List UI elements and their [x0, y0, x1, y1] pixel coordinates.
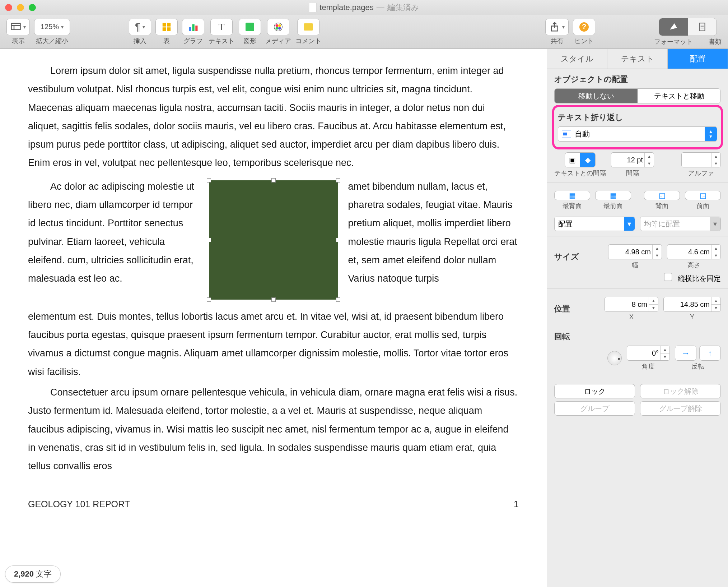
x-field[interactable]: 8 cm▲▼: [605, 297, 658, 312]
send-backward-button[interactable]: ◱: [644, 191, 680, 200]
chevron-down-icon: ▾: [710, 217, 720, 231]
view-button[interactable]: ▾: [6, 19, 30, 35]
aspect-checkbox[interactable]: [664, 273, 672, 281]
y-field[interactable]: 14.85 cm▲▼: [663, 297, 721, 312]
distribute-select[interactable]: 均等に配置▾: [640, 217, 721, 231]
format-document-toggle[interactable]: [659, 18, 717, 36]
resize-handle-icon[interactable]: [207, 297, 211, 302]
comment-label: コメント: [295, 37, 321, 45]
green-rectangle-shape[interactable]: [209, 180, 338, 300]
stepper-down-icon[interactable]: ▼: [644, 160, 654, 167]
stepper-up-icon[interactable]: ▲: [644, 153, 654, 160]
resize-handle-icon[interactable]: [336, 297, 340, 302]
body-paragraph[interactable]: Lorem ipsum dolor sit amet, ligula suspe…: [28, 62, 519, 172]
insert-button[interactable]: ¶▾: [129, 19, 151, 35]
titlebar: template.pages — 編集済み: [0, 0, 728, 15]
share-button[interactable]: ▾: [545, 19, 569, 35]
minimize-window-icon[interactable]: [17, 4, 24, 11]
alpha-field[interactable]: ▲▼: [681, 152, 721, 167]
comment-button[interactable]: [297, 19, 319, 35]
zoom-button[interactable]: 125%▾: [34, 19, 70, 35]
spacing-field[interactable]: 12 pt ▲▼: [611, 152, 654, 167]
angle-field[interactable]: 0°▲▼: [627, 346, 670, 361]
hint-button[interactable]: ?: [573, 19, 595, 35]
view-label: 表示: [12, 37, 25, 45]
svg-point-14: [278, 27, 281, 30]
fit-contour-icon[interactable]: ◆: [580, 153, 595, 167]
media-button[interactable]: [267, 19, 289, 35]
alpha-label: アルファ: [688, 169, 714, 177]
fullscreen-window-icon[interactable]: [29, 4, 36, 11]
height-field[interactable]: 4.6 cm▲▼: [667, 244, 721, 259]
svg-point-12: [278, 24, 281, 27]
body-paragraph[interactable]: Consectetuer arcu ipsum ornare pellentes…: [28, 383, 519, 475]
chart-button[interactable]: [182, 19, 204, 35]
stepper-up-icon[interactable]: ▲: [711, 153, 720, 160]
window-title: template.pages — 編集済み: [309, 2, 419, 13]
svg-rect-9: [195, 26, 197, 31]
media-label: メディア: [265, 37, 291, 45]
fit-square-icon[interactable]: ▣: [565, 153, 580, 167]
wrap-text-left[interactable]: Ac dolor ac adipiscing molestie ut liber…: [28, 177, 199, 302]
resize-handle-icon[interactable]: [207, 178, 211, 182]
resize-handle-icon[interactable]: [336, 238, 340, 242]
table-button[interactable]: [155, 19, 178, 35]
separator: —: [377, 3, 384, 12]
text-wrap-title: テキスト折り返し: [558, 112, 717, 123]
placement-stay[interactable]: 移動しない: [555, 89, 638, 103]
svg-point-10: [274, 23, 283, 31]
send-to-back-button[interactable]: ▦: [554, 191, 590, 200]
close-window-icon[interactable]: [5, 4, 12, 11]
resize-handle-icon[interactable]: [336, 178, 340, 182]
lock-button[interactable]: ロック: [554, 384, 635, 398]
bring-forward-button[interactable]: ◲: [685, 191, 721, 200]
text-wrap-dropdown[interactable]: 自動 ▲▼: [558, 126, 717, 142]
body-paragraph[interactable]: elementum est. Duis montes, tellus lobor…: [28, 308, 519, 381]
word-count-pill[interactable]: 2,920 文字: [5, 565, 61, 583]
wrap-text-right[interactable]: amet bibendum nullam, lacus et, pharetra…: [348, 177, 519, 302]
placement-segmented[interactable]: 移動しない テキストと移動: [554, 88, 721, 103]
angle-knob[interactable]: [607, 351, 622, 365]
text-button[interactable]: T: [210, 19, 233, 35]
tab-style[interactable]: スタイル: [547, 49, 607, 69]
resize-handle-icon[interactable]: [207, 238, 211, 242]
insert-label: 挿入: [134, 37, 146, 45]
document-icon[interactable]: [688, 18, 717, 36]
wrap-auto-icon: [562, 130, 571, 138]
chart-label: グラフ: [183, 37, 203, 45]
position-title: 位置: [554, 304, 570, 314]
page-number: 1: [514, 499, 519, 509]
text-label: テキスト: [209, 37, 234, 45]
stepper-down-icon[interactable]: ▼: [711, 160, 720, 167]
svg-point-11: [276, 24, 279, 27]
flip-vertical-button[interactable]: ↑: [699, 346, 721, 361]
svg-rect-6: [167, 27, 171, 31]
placement-move-with-text[interactable]: テキストと移動: [638, 89, 720, 103]
text-wrap-highlight: テキスト折り返し 自動 ▲▼: [552, 105, 723, 149]
text-spacing-label: テキストとの間隔: [554, 169, 606, 177]
svg-point-13: [276, 27, 279, 30]
selected-shape[interactable]: [206, 177, 341, 302]
format-icon[interactable]: [659, 18, 688, 36]
document-canvas[interactable]: Lorem ipsum dolor sit amet, ligula suspe…: [0, 49, 547, 587]
shape-button[interactable]: [239, 19, 261, 35]
text-fit-segmented[interactable]: ▣ ◆: [565, 152, 596, 167]
tab-arrange[interactable]: 配置: [668, 49, 728, 69]
edited-label: 編集済み: [387, 2, 419, 13]
bring-to-front-button[interactable]: ▦: [595, 191, 631, 200]
resize-handle-icon[interactable]: [271, 178, 276, 182]
tab-text[interactable]: テキスト: [607, 49, 668, 69]
shape-label: 図形: [243, 37, 256, 45]
svg-rect-4: [167, 23, 171, 26]
spacing-label: 間隔: [626, 169, 639, 177]
width-field[interactable]: 4.98 cm▲▼: [608, 244, 662, 259]
resize-handle-icon[interactable]: [271, 297, 276, 302]
group-button[interactable]: グループ: [554, 401, 635, 416]
ungroup-button[interactable]: グループ解除: [640, 401, 721, 416]
svg-rect-8: [192, 24, 195, 31]
hint-label: ヒント: [574, 37, 594, 45]
align-select[interactable]: 配置▾: [554, 217, 635, 231]
unlock-button[interactable]: ロック解除: [640, 384, 721, 398]
flip-horizontal-button[interactable]: →: [675, 346, 696, 361]
format-label: フォーマット: [654, 37, 693, 46]
